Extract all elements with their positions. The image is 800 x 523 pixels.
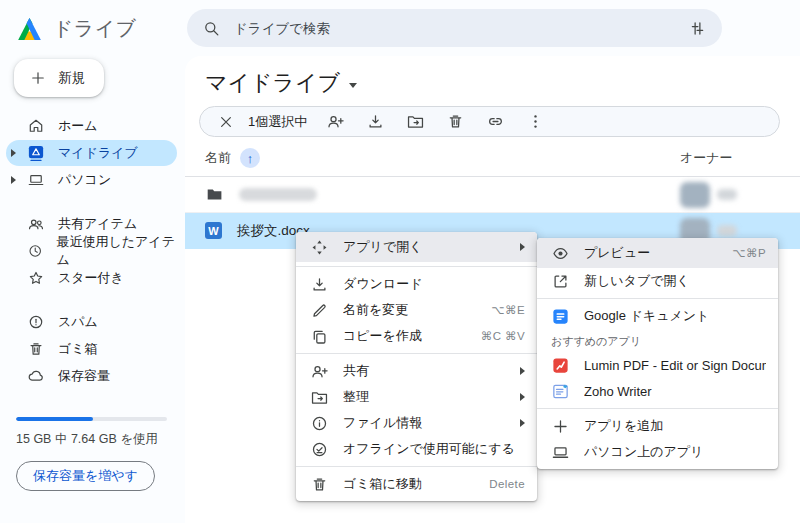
submenu-item-google-docs[interactable]: Google ドキュメント bbox=[537, 303, 778, 329]
pencil-icon bbox=[310, 301, 329, 320]
cloud-icon bbox=[27, 367, 45, 385]
storage-block: 15 GB 中 7.64 GB を使用 保存容量を増やす bbox=[0, 407, 185, 491]
menu-item-label: ゴミ箱に移動 bbox=[343, 475, 475, 493]
people-icon bbox=[27, 215, 45, 233]
submenu-item-apps-on-computer[interactable]: パソコン上のアプリ bbox=[537, 439, 778, 465]
sidebar-item-recent[interactable]: 最近使用したアイテム bbox=[6, 238, 177, 264]
alert-icon bbox=[27, 313, 45, 331]
sidebar-item-label: 最近使用したアイテム bbox=[56, 233, 177, 269]
menu-item-label: 新しいタブで開く bbox=[584, 272, 766, 290]
sidebar-item-my-drive[interactable]: マイドライブ bbox=[6, 140, 177, 166]
column-owner[interactable]: オーナー bbox=[680, 149, 733, 167]
menu-item-label: コピーを作成 bbox=[343, 327, 467, 345]
sidebar-item-storage[interactable]: 保存容量 bbox=[6, 363, 177, 389]
search-field[interactable] bbox=[187, 9, 722, 47]
sort-ascending-icon[interactable]: ↑ bbox=[240, 148, 260, 168]
menu-item-label: ファイル情報 bbox=[343, 414, 506, 432]
eye-icon bbox=[551, 244, 570, 263]
submenu-arrow-icon bbox=[520, 419, 525, 427]
list-header: 名前 ↑ オーナー bbox=[185, 140, 800, 177]
page-title[interactable]: マイドライブ bbox=[185, 56, 800, 96]
search-bar bbox=[185, 0, 800, 56]
menu-item-label: 共有 bbox=[343, 362, 506, 380]
menu-item-label: Zoho Writer bbox=[584, 384, 766, 399]
menu-item-label: パソコン上のアプリ bbox=[584, 443, 766, 461]
menu-item-label: Lumin PDF - Edit or Sign Documents bbox=[584, 358, 766, 373]
column-name[interactable]: 名前 bbox=[205, 149, 231, 167]
submenu-item-preview[interactable]: プレビュー ⌥⌘P bbox=[537, 238, 778, 268]
sidebar-item-label: マイドライブ bbox=[58, 144, 138, 162]
search-options-icon[interactable] bbox=[688, 19, 707, 38]
submenu-item-open-new-tab[interactable]: 新しいタブで開く bbox=[537, 268, 778, 294]
menu-item-share[interactable]: 共有 bbox=[296, 358, 537, 384]
menu-divider bbox=[537, 298, 778, 299]
zoho-writer-icon bbox=[551, 382, 570, 401]
menu-item-download[interactable]: ダウンロード bbox=[296, 271, 537, 297]
copy-link-button[interactable] bbox=[475, 107, 515, 137]
search-input[interactable] bbox=[234, 21, 675, 36]
brand: ドライブ bbox=[0, 0, 185, 42]
share-button[interactable] bbox=[315, 107, 355, 137]
google-drive-app: ドライブ 新規 ホーム マイドライブ パソコン bbox=[0, 0, 800, 523]
menu-divider bbox=[296, 466, 537, 467]
menu-item-label: Google ドキュメント bbox=[584, 307, 766, 325]
plus-icon bbox=[29, 69, 47, 87]
submenu-arrow-icon bbox=[520, 243, 525, 251]
nav-group-shared: 共有アイテム 最近使用したアイテム スター付き bbox=[0, 211, 185, 291]
sidebar-item-starred[interactable]: スター付き bbox=[6, 265, 177, 291]
redacted-avatar bbox=[680, 182, 710, 208]
word-file-icon: W bbox=[205, 222, 222, 239]
more-actions-button[interactable] bbox=[515, 107, 555, 137]
sidebar-item-label: スパム bbox=[58, 313, 98, 331]
sidebar-item-trash[interactable]: ゴミ箱 bbox=[6, 336, 177, 362]
menu-divider bbox=[296, 353, 537, 354]
sidebar-item-computers[interactable]: パソコン bbox=[6, 167, 177, 193]
sidebar-item-spam[interactable]: スパム bbox=[6, 309, 177, 335]
expand-caret-icon[interactable] bbox=[11, 149, 16, 157]
menu-item-rename[interactable]: 名前を変更 ⌥⌘E bbox=[296, 297, 537, 323]
submenu-item-zoho-writer[interactable]: Zoho Writer bbox=[537, 378, 778, 404]
move-to-folder-button[interactable] bbox=[395, 107, 435, 137]
submenu-arrow-icon bbox=[520, 393, 525, 401]
open-with-icon bbox=[310, 238, 329, 257]
expand-caret-icon[interactable] bbox=[11, 176, 16, 184]
submenu-item-lumin-pdf[interactable]: Lumin PDF - Edit or Sign Documents bbox=[537, 352, 778, 378]
redacted-owner-name bbox=[717, 189, 737, 200]
menu-item-shortcut: ⌥⌘P bbox=[732, 246, 766, 260]
file-row-folder[interactable] bbox=[185, 177, 800, 213]
link-icon bbox=[486, 112, 505, 131]
menu-item-file-info[interactable]: ファイル情報 bbox=[296, 410, 537, 436]
drive-logo-icon bbox=[16, 17, 43, 41]
menu-item-move-to-trash[interactable]: ゴミ箱に移動 Delete bbox=[296, 471, 537, 497]
redacted-owner-name bbox=[717, 225, 737, 236]
buy-storage-button[interactable]: 保存容量を増やす bbox=[16, 461, 155, 491]
menu-item-make-copy[interactable]: コピーを作成 ⌘C ⌘V bbox=[296, 323, 537, 349]
redacted-folder-name bbox=[239, 188, 317, 201]
trash-icon bbox=[446, 112, 465, 131]
suggested-apps-label: おすすめのアプリ bbox=[537, 329, 778, 352]
trash-icon bbox=[27, 340, 45, 358]
download-button[interactable] bbox=[355, 107, 395, 137]
sidebar-item-home[interactable]: ホーム bbox=[6, 113, 177, 139]
download-icon bbox=[310, 275, 329, 294]
menu-item-open-with[interactable]: アプリで開く bbox=[296, 232, 537, 262]
submenu-arrow-icon bbox=[520, 367, 525, 375]
menu-item-offline[interactable]: オフラインで使用可能にする bbox=[296, 436, 537, 462]
context-menu: アプリで開く ダウンロード 名前を変更 ⌥⌘E コピーを作成 ⌘C ⌘V 共有 … bbox=[296, 232, 537, 501]
lumin-pdf-icon bbox=[551, 356, 570, 375]
nav-group-drive: ホーム マイドライブ パソコン bbox=[0, 113, 185, 193]
clear-selection-button[interactable] bbox=[206, 107, 246, 137]
sidebar-item-label: ゴミ箱 bbox=[58, 340, 98, 358]
more-vertical-icon bbox=[526, 112, 545, 131]
menu-item-label: アプリで開く bbox=[343, 238, 506, 256]
submenu-item-add-apps[interactable]: アプリを追加 bbox=[537, 413, 778, 439]
laptop-icon bbox=[27, 171, 45, 189]
new-button[interactable]: 新規 bbox=[14, 59, 104, 97]
storage-usage-text: 15 GB 中 7.64 GB を使用 bbox=[16, 431, 169, 448]
google-docs-icon bbox=[551, 307, 570, 326]
menu-item-shortcut: Delete bbox=[489, 478, 525, 490]
menu-item-organize[interactable]: 整理 bbox=[296, 384, 537, 410]
trash-button[interactable] bbox=[435, 107, 475, 137]
close-icon bbox=[217, 113, 235, 131]
page-title-label: マイドライブ bbox=[205, 68, 340, 98]
